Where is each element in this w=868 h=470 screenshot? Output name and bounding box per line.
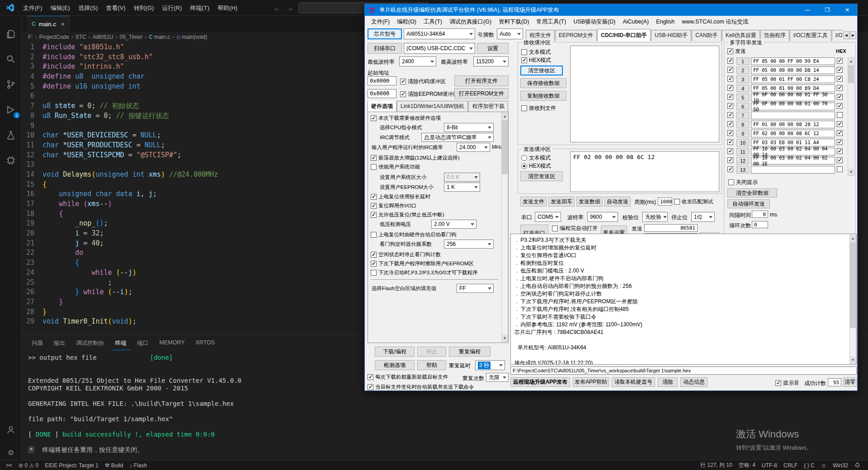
stc-menu-5[interactable]: 常用工具(T) [533, 18, 570, 26]
hw-tab-0[interactable]: 硬件选项 [368, 101, 396, 112]
maximize-button[interactable]: ❐ [817, 4, 837, 16]
clear-eeprom-buffer-checkbox[interactable]: 清除EEPROM缓冲区 [400, 90, 458, 98]
send-hex-mode-radio[interactable]: HEX模式 [521, 162, 551, 170]
string-value-input-4[interactable]: FF 05 00 01 00 00 89 D4 [751, 85, 835, 92]
breadcrumb-item[interactable]: Ai8051U [93, 34, 113, 40]
menu-item-7[interactable]: 帮助(H) [213, 0, 241, 16]
breadcrumb-item[interactable]: ProjectCode [39, 34, 69, 40]
menu-item-4[interactable]: 转到(G) [130, 0, 158, 16]
period-input[interactable]: 1000 [658, 197, 672, 206]
statusbar-platform[interactable]: Win32 [830, 462, 851, 469]
string-send-button-11[interactable]: 11 [736, 148, 749, 155]
reprogram-button[interactable]: 重复编程 [449, 347, 491, 357]
option-checkbox-0[interactable]: 本次下载需要修改硬件选项 [371, 115, 441, 122]
copy-receive-button[interactable]: 复制接收数据 [520, 91, 566, 101]
parity-combo[interactable]: 无校验 [642, 212, 668, 222]
string-value-input-9[interactable]: FF 02 00 00 00 08 6C 12 [751, 130, 835, 137]
option-checkbox-12[interactable]: 上电复位时由硬件自动启动看门狗 [371, 231, 457, 238]
string-enable-checkbox-1[interactable] [727, 58, 733, 64]
stc-menu-4[interactable]: 资料下载(D) [495, 18, 533, 26]
send-buffer-area[interactable]: FF 02 00 00 00 08 6C 12 [570, 151, 719, 192]
check-options-button[interactable]: 检测选项 [375, 360, 415, 370]
string-send-button-12[interactable]: 12 [736, 157, 749, 164]
stc-menu-1[interactable]: 编程(O) [393, 18, 420, 26]
string-enable-checkbox-13[interactable] [727, 166, 733, 172]
string-hex-checkbox-3[interactable] [837, 76, 843, 82]
option-combo-1[interactable]: 8-Bit [444, 123, 494, 132]
stopbit-combo[interactable]: 1位 [691, 212, 715, 222]
read-disk-id-button[interactable]: 读取本机硬盘号 [612, 377, 655, 387]
forward-icon[interactable]: → [287, 4, 293, 12]
panel-tab-XRTOS[interactable]: XRTOS [192, 338, 219, 350]
string-send-button-6[interactable]: 6 [736, 103, 749, 110]
string-enable-checkbox-3[interactable] [727, 76, 733, 82]
option-combo-13[interactable]: 256 [444, 240, 494, 249]
option-checkbox-15[interactable]: 下次下载用户程序时擦除用户EEPROM区 [371, 260, 474, 267]
reset-count-button[interactable]: 清零 [843, 377, 857, 387]
string-send-button-10[interactable]: 10 [736, 139, 749, 146]
baud-combo[interactable]: 9600 [587, 212, 618, 222]
chip-model-button[interactable]: 芯片型号 [368, 28, 402, 39]
string-value-input-11[interactable]: FF 10 00 03 00 02 04 00 04 00 14 [751, 148, 835, 155]
string-send-button-5[interactable]: 5 [736, 94, 749, 101]
breadcrumb-item[interactable]: main.c [154, 34, 170, 40]
multi-string-scrollbar[interactable]: ▲▼ [848, 57, 854, 176]
tabs-scroll-left[interactable]: ◄ [843, 31, 849, 39]
loop-count-input[interactable]: 0 [752, 221, 768, 228]
repeat-count-combo[interactable]: 无限 [486, 373, 509, 382]
string-hex-checkbox-10[interactable] [837, 139, 843, 145]
stc-tab-范例程序[interactable]: 范例程序 [760, 30, 789, 41]
repeat-delay-combo[interactable]: 3 秒 [475, 360, 505, 370]
option-checkbox-16[interactable]: 下次冷启动时,P3.2/P3.3为0/0才可下载程序 [371, 269, 477, 276]
string-send-button-3[interactable]: 3 [736, 75, 749, 83]
string-enable-checkbox-9[interactable] [727, 130, 733, 136]
source-control-icon[interactable] [4, 77, 18, 92]
serial-combo[interactable]: COM5 [535, 212, 561, 222]
string-value-input-5[interactable]: FF 0F 00 00 00 08 01 FF 30 1D [751, 94, 835, 101]
minimize-button[interactable]: — [797, 4, 817, 16]
string-enable-checkbox-5[interactable] [727, 94, 733, 100]
statusbar-eol[interactable]: CRLF [780, 462, 801, 469]
clear-send-button[interactable]: 清空发送区 [520, 171, 563, 181]
panel-tab-端口[interactable]: 端口 [134, 338, 152, 350]
panel-tab-MEMORY[interactable]: MEMORY [156, 338, 189, 350]
stc-menu-0[interactable]: 文件(F) [368, 18, 393, 26]
string-hex-checkbox-9[interactable] [837, 130, 843, 136]
match-test-checkbox[interactable]: 收发匹配测试 [674, 198, 713, 205]
tab-main-c[interactable]: C main.c × [27, 16, 70, 32]
explorer-icon[interactable] [4, 27, 18, 41]
breadcrumb-item[interactable]: main(void) [182, 34, 207, 40]
bell-icon[interactable] [851, 462, 863, 468]
string-value-input-8[interactable]: FF 01 00 00 00 08 28 12 [751, 121, 835, 128]
pins-combo[interactable]: Auto [497, 28, 523, 39]
open-program-file-button[interactable]: 打开程序文件 [454, 75, 509, 86]
string-hex-checkbox-6[interactable] [837, 103, 843, 109]
option-combo-11[interactable]: 2.00 V [431, 220, 476, 229]
clear-receive-button[interactable]: 清空接收区 [520, 66, 563, 75]
send-all-checkbox[interactable]: 发送 [727, 47, 746, 55]
min-baud-combo[interactable]: 2400 [399, 56, 436, 66]
stc-menu-7[interactable]: AiCube(A) [619, 19, 652, 25]
receive-buffer-area[interactable] [570, 46, 719, 142]
string-hex-checkbox-7[interactable] [837, 112, 843, 118]
stc-tab-CDC/HID-串口助手[interactable]: CDC/HID-串口助手 [597, 29, 651, 41]
string-enable-checkbox-4[interactable] [727, 85, 733, 91]
hw-tab-1[interactable]: Link1D/Writer1A/U8W脱机 [397, 101, 468, 112]
max-baud-combo[interactable]: 115200 [473, 56, 509, 66]
close-button[interactable]: ✕ [837, 4, 857, 16]
auto-loop-send-button[interactable]: 自动循环发送 [727, 199, 770, 208]
panel-tab-问题[interactable]: 问题 [28, 338, 47, 350]
stc-menu-3[interactable]: 调试仿真接口(G) [446, 18, 495, 26]
hw-tab-2[interactable]: 程序加密下载 [468, 101, 508, 112]
string-value-input-7[interactable] [751, 112, 835, 119]
string-hex-checkbox-1[interactable] [837, 58, 843, 64]
stc-menu-8[interactable]: English [652, 19, 678, 25]
menu-item-1[interactable]: 编辑(E) [47, 0, 74, 16]
tab-close-icon[interactable]: × [61, 21, 65, 28]
options-scrollbar[interactable]: ▲▼ [501, 113, 508, 342]
test-flask-icon[interactable] [4, 128, 18, 142]
autoload-send-checkbox[interactable]: 当目标文件变化时自动装载并发送下载命令 [368, 384, 474, 390]
option-combo-3[interactable]: 24.000 [457, 143, 490, 152]
statusbar-eide-project[interactable]: EIDE Project: Target 1 [42, 462, 102, 469]
recv-to-file-checkbox[interactable]: 接收到文件 [521, 104, 556, 112]
